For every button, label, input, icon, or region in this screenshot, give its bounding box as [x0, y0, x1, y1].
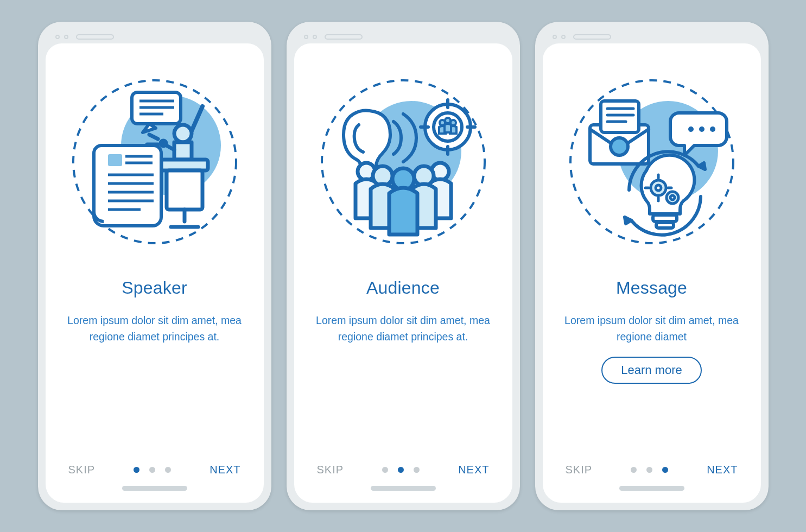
home-indicator [371, 486, 436, 491]
svg-point-4 [174, 125, 192, 142]
svg-rect-45 [601, 101, 639, 132]
skip-button[interactable]: SKIP [68, 464, 96, 476]
home-indicator [619, 486, 684, 491]
svg-point-52 [710, 126, 715, 132]
next-button[interactable]: NEXT [707, 464, 738, 476]
svg-point-36 [445, 118, 450, 123]
onboarding-title: Speaker [122, 278, 187, 298]
onboarding-description: Lorem ipsum dolor sit dim amet, mea regi… [314, 312, 493, 345]
svg-point-58 [670, 195, 675, 200]
onboarding-screen-audience: Audience Lorem ipsum dolor sit dim amet,… [294, 43, 512, 503]
onboarding-title: Audience [366, 278, 440, 298]
page-dot-3[interactable] [662, 467, 668, 473]
svg-point-51 [699, 126, 705, 132]
speaker-podium-icon [68, 75, 242, 249]
next-button[interactable]: NEXT [458, 464, 489, 476]
home-indicator [122, 486, 187, 491]
svg-point-6 [161, 141, 166, 146]
onboarding-title: Message [616, 278, 687, 298]
svg-rect-53 [653, 215, 677, 221]
onboarding-nav: SKIP NEXT [64, 464, 245, 482]
phone-frame-3: Message Lorem ipsum dolor sit dim amet, … [535, 22, 769, 510]
phone-frame-1: Speaker Lorem ipsum dolor sit dim amet, … [38, 22, 271, 510]
onboarding-nav: SKIP NEXT [313, 464, 494, 482]
skip-button[interactable]: SKIP [317, 464, 344, 476]
page-dot-3[interactable] [414, 467, 420, 473]
page-dot-3[interactable] [165, 467, 171, 473]
phone-frame-2: Audience Lorem ipsum dolor sit dim amet,… [287, 22, 520, 510]
onboarding-screen-speaker: Speaker Lorem ipsum dolor sit dim amet, … [46, 43, 264, 503]
svg-point-50 [688, 126, 694, 132]
device-notch [543, 29, 761, 43]
page-dot-2[interactable] [149, 467, 155, 473]
message-idea-icon [565, 75, 739, 249]
page-dot-2[interactable] [398, 467, 404, 473]
onboarding-nav: SKIP NEXT [561, 464, 742, 482]
svg-rect-54 [656, 223, 674, 228]
next-button[interactable]: NEXT [210, 464, 240, 476]
svg-point-49 [611, 138, 628, 155]
page-dot-1[interactable] [631, 467, 637, 473]
onboarding-screen-message: Message Lorem ipsum dolor sit dim amet, … [543, 43, 761, 503]
skip-button[interactable]: SKIP [566, 464, 593, 476]
page-indicator [631, 467, 668, 473]
device-notch [294, 29, 512, 43]
page-indicator [134, 467, 171, 473]
learn-more-button[interactable]: Learn more [601, 357, 702, 384]
svg-point-56 [656, 185, 661, 191]
svg-rect-18 [108, 154, 122, 166]
page-indicator [382, 467, 420, 473]
device-notch [46, 29, 264, 43]
svg-rect-11 [167, 170, 202, 210]
page-dot-1[interactable] [382, 467, 388, 473]
onboarding-description: Lorem ipsum dolor sit dim amet, mea regi… [562, 312, 741, 345]
onboarding-stage: Speaker Lorem ipsum dolor sit dim amet, … [38, 22, 769, 510]
page-dot-1[interactable] [134, 467, 139, 473]
page-dot-2[interactable] [646, 467, 652, 473]
audience-group-icon [316, 75, 490, 249]
onboarding-description: Lorem ipsum dolor sit dim amet, mea regi… [65, 312, 244, 345]
